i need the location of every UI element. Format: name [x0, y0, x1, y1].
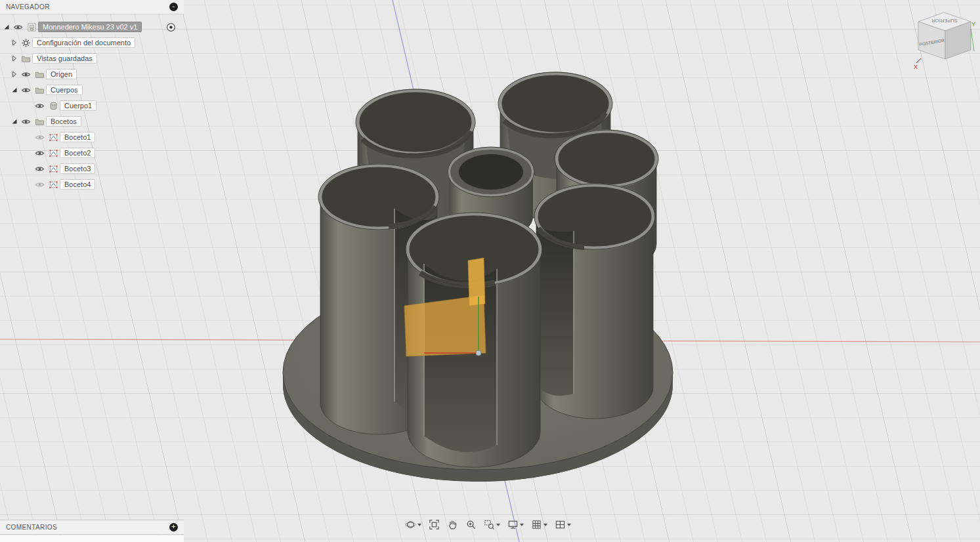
- tree-row-sketch2[interactable]: Boceto2: [0, 145, 184, 161]
- eye-icon[interactable]: [35, 164, 45, 174]
- comments-title: COMENTARIOS: [6, 524, 57, 531]
- tree-row-sketch4[interactable]: Boceto4: [0, 177, 184, 192]
- expand-triangle-icon[interactable]: [1, 22, 11, 31]
- viewports-icon: [555, 519, 566, 530]
- eye-icon[interactable]: [21, 85, 31, 95]
- folder-icon: [35, 85, 45, 95]
- grid-and-snaps-button[interactable]: [529, 518, 549, 532]
- navigator-collapse-button[interactable]: -: [169, 3, 178, 11]
- tree-item-label: Cuerpo1: [60, 101, 96, 110]
- tree-item-label: Configuración del documento: [33, 38, 135, 47]
- sketch-icon: [49, 164, 58, 174]
- navigator-tree: Monnedero Mikesu 23 v02 v1 Configuraci: [0, 14, 184, 192]
- navigator-header: NAVEGADOR -: [0, 0, 184, 14]
- display-settings-dropdown-caret: [520, 524, 524, 526]
- display-settings-button[interactable]: [505, 518, 526, 532]
- tree-row-document-settings[interactable]: Configuración del documento: [0, 35, 184, 51]
- tree-item-label: Origen: [47, 70, 76, 79]
- collapse-chevron-icon[interactable]: [9, 70, 19, 79]
- tree-item-label: Boceto1: [60, 133, 95, 142]
- tree-item-label: Monnedero Mikesu 23 v02 v1: [39, 22, 141, 31]
- view-cube-axis-x-line: [916, 58, 921, 63]
- folder-icon: [21, 54, 31, 64]
- comments-expand-button[interactable]: +: [169, 523, 178, 532]
- eye-icon[interactable]: [35, 101, 45, 111]
- tree-item-label: Boceto4: [60, 180, 95, 189]
- window-zoom-button[interactable]: [482, 518, 502, 532]
- pan-button[interactable]: [445, 518, 460, 532]
- view-cube-axis-x-label: X: [914, 64, 918, 70]
- eye-icon[interactable]: [21, 117, 31, 127]
- zoom-button[interactable]: [463, 518, 479, 532]
- tree-row-sketch3[interactable]: Boceto3: [0, 161, 184, 177]
- tree-row-root-component[interactable]: Monnedero Mikesu 23 v02 v1: [0, 19, 184, 35]
- zoom-icon: [465, 519, 477, 530]
- tree-row-bodies[interactable]: Cuerpos: [0, 82, 184, 98]
- window-zoom-icon: [484, 519, 495, 530]
- comments-panel-footer: [0, 535, 184, 542]
- tree-item-label: Vistas guardadas: [33, 54, 96, 63]
- orbit-dropdown-caret: [417, 524, 421, 526]
- tree-row-sketches[interactable]: Bocetos: [0, 114, 184, 129]
- sketch-icon: [49, 180, 58, 190]
- collapse-chevron-icon[interactable]: [9, 38, 19, 47]
- grid-and-snaps-dropdown-caret: [543, 524, 547, 526]
- view-cube-axis-y-line: [971, 29, 974, 51]
- tree-item-label: Bocetos: [47, 117, 81, 126]
- eye-off-icon[interactable]: [35, 180, 45, 190]
- folder-icon: [35, 70, 45, 79]
- window-zoom-dropdown-caret: [496, 524, 500, 526]
- tree-row-body1[interactable]: Cuerpo1: [0, 98, 184, 114]
- fit-button[interactable]: [427, 518, 442, 532]
- expand-triangle-icon[interactable]: [9, 117, 19, 126]
- component-icon: [27, 22, 37, 32]
- viewports-dropdown-caret: [567, 524, 571, 526]
- comments-panel-header: COMENTARIOS +: [0, 520, 184, 535]
- tree-item-label: Cuerpos: [47, 85, 82, 94]
- navigator-panel: NAVEGADOR - Monnedero Mikesu 23 v02 v1: [0, 0, 184, 192]
- pan-icon: [447, 519, 458, 530]
- tree-item-label: Boceto3: [60, 164, 95, 173]
- sketch-icon: [49, 133, 58, 142]
- view-cube-top-label: SUPERIOR: [931, 18, 958, 24]
- orbit-icon: [405, 519, 416, 530]
- display-settings-icon: [507, 519, 519, 530]
- viewports-button[interactable]: [553, 518, 573, 532]
- body-icon: [49, 101, 58, 111]
- navigation-toolbar: [403, 518, 573, 532]
- tree-row-sketch1[interactable]: Boceto1: [0, 129, 184, 145]
- tree-row-origin[interactable]: Origen: [0, 66, 184, 82]
- tree-item-label: Boceto2: [60, 148, 95, 157]
- view-cube-axis-y-label: Y: [971, 21, 975, 28]
- grid-and-snaps-icon: [531, 519, 542, 530]
- orbit-button[interactable]: [403, 518, 423, 532]
- eye-icon[interactable]: [21, 70, 31, 79]
- fit-icon: [429, 519, 440, 530]
- activate-component-radio[interactable]: [166, 22, 176, 32]
- navigator-title: NAVEGADOR: [6, 3, 50, 10]
- eye-icon[interactable]: [35, 148, 45, 158]
- folder-icon: [35, 117, 45, 127]
- view-cube[interactable]: SUPERIOR POSTERIOR X Y: [912, 4, 978, 70]
- sketch-icon: [49, 148, 58, 158]
- collapse-chevron-icon[interactable]: [9, 54, 19, 63]
- gear-icon: [21, 38, 31, 48]
- expand-triangle-icon[interactable]: [9, 85, 19, 94]
- eye-off-icon[interactable]: [35, 133, 45, 142]
- eye-icon[interactable]: [13, 22, 23, 32]
- tree-row-saved-views[interactable]: Vistas guardadas: [0, 51, 184, 66]
